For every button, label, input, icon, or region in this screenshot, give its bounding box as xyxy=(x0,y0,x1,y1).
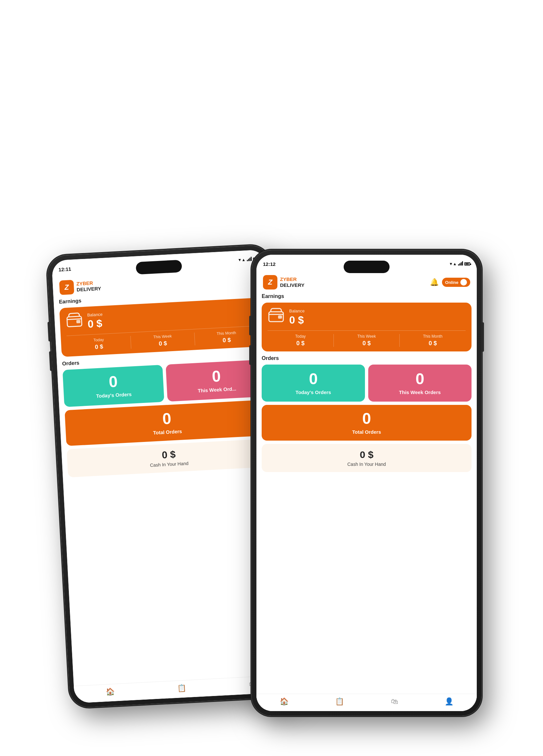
earnings-title-front: Earnings xyxy=(262,293,472,299)
today-orders-front[interactable]: 0 Today's Orders xyxy=(262,365,365,402)
total-orders-front[interactable]: 0 Total Orders xyxy=(262,405,472,441)
balance-label-back: Balance xyxy=(87,312,103,317)
orders-title-front: Orders xyxy=(262,355,472,361)
nav-orders-back[interactable]: 📋 xyxy=(177,684,186,692)
bell-icon-front[interactable]: 🔔 xyxy=(430,278,439,287)
scene: 12:11 ▼▲ xyxy=(42,34,501,722)
volume-up-button xyxy=(48,322,51,341)
logo-area-back: Z ZYBER DELIVERY xyxy=(59,278,101,295)
nav-orders-front[interactable]: 📋 xyxy=(335,697,344,706)
cash-card-back: 0 $ Cash In Your Hand xyxy=(67,439,271,477)
logo-text-front: ZYBER DELIVERY xyxy=(280,276,304,288)
balance-label-front: Balance xyxy=(289,308,305,313)
dynamic-island-front xyxy=(344,261,390,273)
signal-icon-front xyxy=(458,261,463,267)
battery-front xyxy=(464,262,470,267)
week-orders-front[interactable]: 0 This Week Orders xyxy=(368,365,472,402)
orders-grid-front: 0 Today's Orders 0 This Week Orders xyxy=(262,365,472,402)
status-icons-front: ▼▲ xyxy=(449,261,470,267)
phone-front: 12:12 ▼▲ xyxy=(252,250,481,716)
today-orders-back[interactable]: 0 Today's Orders xyxy=(63,365,164,407)
power-button-front xyxy=(481,322,484,352)
svg-rect-3 xyxy=(278,315,282,319)
logo-icon-front: Z xyxy=(263,275,277,289)
period-month-front: This Month 0 $ xyxy=(400,334,466,347)
balance-value-front: 0 $ xyxy=(289,314,305,326)
app-content-front: Z ZYBER DELIVERY 🔔 Online xyxy=(256,272,477,711)
wifi-icon-front: ▼▲ xyxy=(449,262,457,266)
logo-text-back: ZYBER DELIVERY xyxy=(76,280,101,293)
online-toggle[interactable]: Online xyxy=(442,278,470,287)
volume-down-button-front xyxy=(249,345,252,365)
logo-area-front: Z ZYBER DELIVERY xyxy=(263,275,304,289)
volume-down-button xyxy=(49,351,53,371)
status-time-front: 12:12 xyxy=(263,261,275,267)
nav-home-back[interactable]: 🏠 xyxy=(105,687,114,696)
volume-up-button-front xyxy=(249,316,252,335)
nav-shop-front[interactable]: 🛍 xyxy=(391,697,398,706)
app-header-front: Z ZYBER DELIVERY 🔔 Online xyxy=(256,272,477,292)
period-week-front: This Week 0 $ xyxy=(334,334,400,347)
nav-home-front[interactable]: 🏠 xyxy=(280,697,289,706)
logo-icon-back: Z xyxy=(59,280,74,295)
period-today-front: Today 0 $ xyxy=(268,334,334,347)
front-phone-screen: 12:12 ▼▲ xyxy=(256,255,477,711)
online-label: Online xyxy=(445,280,458,285)
header-right-front: 🔔 Online xyxy=(430,278,470,287)
period-week-back: This Week 0 $ xyxy=(131,332,195,348)
wifi-icon-back: ▼▲ xyxy=(238,257,246,262)
main-content-front: Earnings xyxy=(256,292,477,694)
dynamic-island-back xyxy=(136,260,182,274)
wallet-icon-front xyxy=(268,307,285,327)
toggle-circle xyxy=(460,279,467,286)
earnings-card-front: Balance 0 $ Today 0 $ This Week 0 xyxy=(262,303,472,351)
svg-rect-1 xyxy=(76,320,81,324)
balance-area-back: Balance 0 $ xyxy=(87,312,103,330)
earnings-bottom-front: Today 0 $ This Week 0 $ This Month 0 $ xyxy=(268,330,466,347)
nav-profile-front[interactable]: 👤 xyxy=(445,697,453,706)
signal-icon-back xyxy=(247,257,252,262)
orders-grid-back: 0 Today's Orders 0 This Week Ord... xyxy=(63,359,268,407)
total-orders-back[interactable]: 0 Total Orders xyxy=(65,400,270,446)
earnings-top-front: Balance 0 $ xyxy=(268,307,466,327)
period-today-back: Today 0 $ xyxy=(67,336,131,352)
balance-area-front: Balance 0 $ xyxy=(289,308,305,326)
status-time-back: 12:11 xyxy=(58,266,71,272)
earnings-card-back: Balance 0 $ Today 0 $ This Week 0 xyxy=(59,298,265,357)
balance-value-back: 0 $ xyxy=(87,317,103,330)
cash-card-front: 0 $ Cash In Your Hand xyxy=(262,444,472,472)
bottom-nav-front: 🏠 📋 🛍 👤 xyxy=(256,694,477,711)
wallet-icon-back xyxy=(65,311,83,332)
